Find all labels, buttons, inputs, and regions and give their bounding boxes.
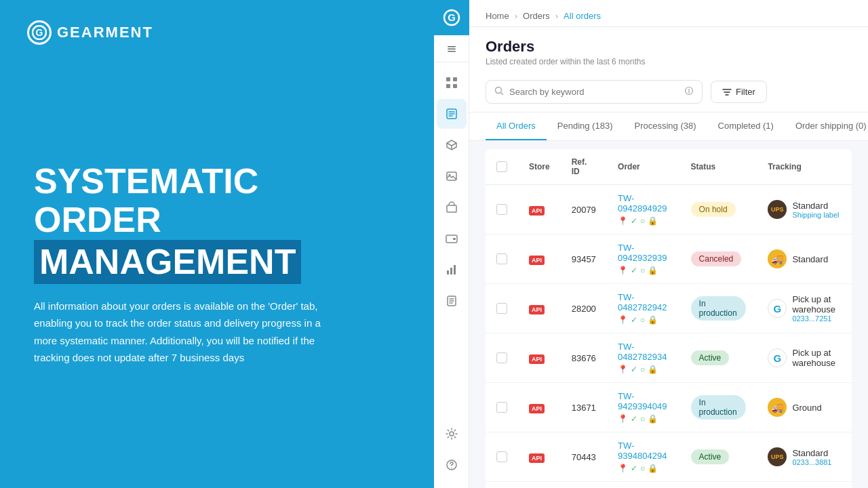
sidebar-item-logs[interactable] (437, 286, 467, 316)
store-badge: API (529, 206, 545, 216)
sidebar-item-wallet[interactable] (437, 224, 467, 253)
store-cell: API (518, 383, 561, 432)
status-cell: Active (680, 333, 757, 383)
tracking-cell: UPS Standard 0233...3881 (757, 432, 852, 482)
order-id-link[interactable]: TW-9394804294 (618, 441, 669, 461)
breadcrumb-orders[interactable]: Orders (523, 11, 550, 21)
row-checkbox-cell (486, 432, 518, 482)
logo: G GEARMENT (27, 20, 153, 45)
search-box[interactable] (486, 80, 703, 104)
sidebar-item-products[interactable] (437, 130, 467, 160)
sidebar-item-orders[interactable] (437, 99, 467, 129)
svg-point-21 (450, 432, 454, 436)
check-circle-icon: ✓ (631, 216, 637, 226)
tab-order-shipping[interactable]: Order shipping (0) (785, 113, 868, 140)
tracking-sub: Shipping label (792, 211, 839, 219)
carrier-ups-icon: UPS (768, 200, 787, 219)
circle-icon: ○ (640, 315, 645, 325)
breadcrumb: Home › Orders › All orders (469, 0, 868, 27)
sidebar-item-analytics[interactable] (437, 255, 467, 285)
row-checkbox[interactable] (496, 402, 507, 413)
tracking-sub: 0233...7251 (792, 314, 841, 323)
svg-rect-8 (453, 77, 457, 81)
svg-rect-14 (447, 205, 456, 212)
sidebar-item-images[interactable] (437, 161, 467, 191)
ref-id-cell: 20079 (561, 185, 607, 235)
ref-id-cell: 83676 (561, 333, 607, 383)
status-badge: Canceled (691, 251, 742, 266)
order-id-link[interactable]: TW-0482782942 (618, 292, 669, 312)
select-all-checkbox[interactable] (496, 161, 507, 172)
location-icon: 📍 (618, 414, 628, 424)
row-checkbox[interactable] (496, 451, 507, 462)
svg-rect-7 (446, 77, 450, 81)
check-circle-icon: ✓ (631, 266, 637, 275)
header-status: Status (680, 149, 757, 185)
header-store: Store (518, 149, 561, 185)
svg-point-24 (496, 87, 502, 94)
order-cell: TW-0942894929 📍 ✓ ○ 🔒 (607, 185, 680, 235)
svg-point-23 (451, 468, 452, 469)
svg-rect-9 (446, 84, 450, 88)
order-cell: TW-0482782942 📍 ✓ ○ 🔒 (607, 284, 680, 333)
tracking-text-container: Standard (792, 254, 828, 264)
row-checkbox-cell (486, 482, 518, 489)
sidebar: G (434, 0, 469, 488)
sidebar-item-settings[interactable] (437, 419, 467, 449)
tab-processing[interactable]: Processing (38) (623, 113, 707, 140)
table-row: API 13671 TW-9429394049 📍 ✓ ○ 🔒 In produ… (486, 383, 852, 432)
order-id-link[interactable]: TW-9429394049 (618, 391, 669, 411)
store-badge: API (529, 404, 545, 413)
row-checkbox[interactable] (496, 204, 507, 215)
svg-rect-6 (448, 51, 456, 52)
status-badge: On hold (691, 202, 736, 217)
location-icon: 📍 (618, 365, 628, 374)
order-cell: TW-9394804294 📍 ✓ ○ 🔒 (607, 432, 680, 482)
search-input[interactable] (509, 87, 679, 97)
tab-all-orders[interactable]: All Orders (486, 113, 547, 140)
carrier-truck-icon: 🚚 (768, 249, 787, 268)
sidebar-item-dashboard[interactable] (437, 68, 467, 98)
hero-title: SYSTEMATIC ORDER MANAGEMENT (34, 162, 400, 284)
order-id-link[interactable]: TW-0942894929 (618, 193, 669, 214)
order-status-icons: 📍 ✓ ○ 🔒 (618, 365, 669, 374)
row-checkbox-cell (486, 235, 518, 284)
info-icon (684, 86, 694, 98)
row-checkbox-cell (486, 333, 518, 383)
header-checkbox (486, 149, 518, 185)
tracking-info: 🚚 Standard (768, 249, 841, 268)
row-checkbox-cell (486, 284, 518, 333)
header-tracking: Tracking (757, 149, 852, 185)
location-icon: 📍 (618, 266, 628, 275)
sidebar-item-help[interactable] (437, 450, 467, 480)
order-status-icons: 📍 ✓ ○ 🔒 (618, 315, 669, 325)
breadcrumb-home[interactable]: Home (486, 11, 509, 21)
table-row: API 83676 TW-0482782934 📍 ✓ ○ 🔒 Active G… (486, 333, 852, 383)
row-checkbox-cell (486, 383, 518, 432)
page-header: Orders Listed created order within the l… (469, 27, 868, 72)
hero-description: All information about your orders is ava… (34, 298, 326, 367)
order-id-link[interactable]: TW-0482782934 (618, 342, 669, 362)
lock-icon: 🔒 (648, 315, 658, 325)
store-cell: API (518, 482, 561, 489)
tab-pending[interactable]: Pending (183) (547, 113, 624, 140)
status-cell: In production (680, 482, 757, 489)
row-checkbox[interactable] (496, 303, 507, 314)
search-icon (494, 86, 504, 98)
lock-icon: 🔒 (648, 414, 658, 424)
row-checkbox[interactable] (496, 253, 507, 264)
lock-icon: 🔒 (648, 464, 658, 473)
sidebar-item-store[interactable] (437, 192, 467, 222)
row-checkbox[interactable] (496, 352, 507, 363)
tracking-name: Standard (792, 448, 831, 458)
order-status-icons: 📍 ✓ ○ 🔒 (618, 266, 669, 275)
tracking-cell: UPS Standard Shipping label (757, 185, 852, 235)
tab-completed[interactable]: Completed (1) (707, 113, 785, 140)
sidebar-toggle[interactable] (434, 35, 469, 62)
tracking-name: Pick up at warehouse (792, 294, 841, 314)
check-circle-icon: ✓ (631, 414, 637, 424)
filter-button[interactable]: Filter (711, 81, 767, 103)
store-badge: API (529, 453, 545, 463)
order-id-link[interactable]: TW-0942932939 (618, 243, 669, 263)
breadcrumb-all-orders[interactable]: All orders (564, 11, 601, 21)
